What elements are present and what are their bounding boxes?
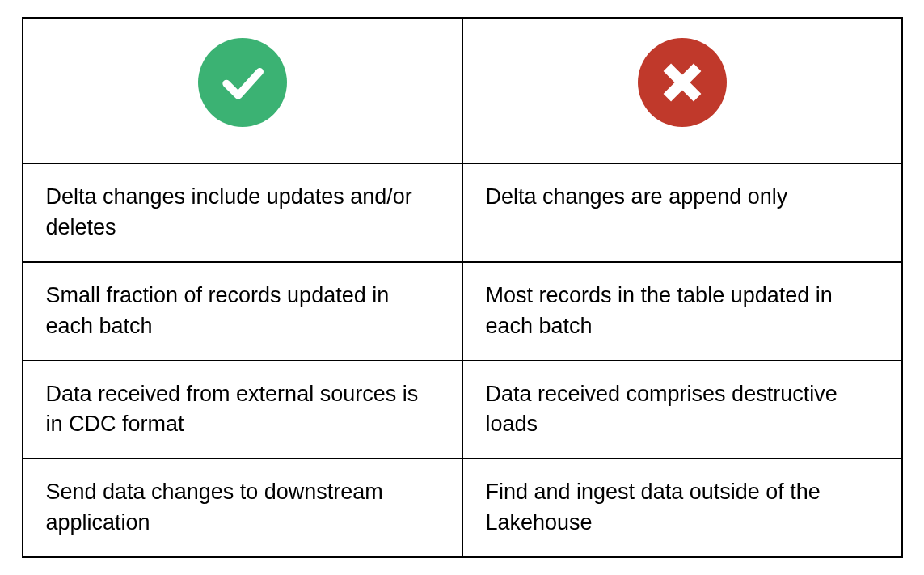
- table-row: Data received from external sources is i…: [23, 361, 902, 459]
- good-cell: Data received from external sources is i…: [23, 361, 462, 459]
- good-cell: Small fraction of records updated in eac…: [23, 262, 462, 361]
- table-row: Delta changes include updates and/or del…: [23, 163, 902, 262]
- table-header-row: [23, 18, 902, 163]
- comparison-table: Delta changes include updates and/or del…: [22, 17, 903, 557]
- checkmark-icon: [198, 38, 287, 127]
- bad-cell: Data received comprises destructive load…: [462, 361, 902, 459]
- column-header-bad: [462, 18, 902, 163]
- table-row: Small fraction of records updated in eac…: [23, 262, 902, 361]
- good-cell: Send data changes to downstream applicat…: [23, 459, 462, 557]
- x-icon: [638, 38, 727, 127]
- bad-cell: Delta changes are append only: [462, 163, 902, 262]
- good-cell: Delta changes include updates and/or del…: [23, 163, 462, 262]
- bad-cell: Find and ingest data outside of the Lake…: [462, 459, 902, 557]
- table-row: Send data changes to downstream applicat…: [23, 459, 902, 557]
- column-header-good: [23, 18, 462, 163]
- bad-cell: Most records in the table updated in eac…: [462, 262, 902, 361]
